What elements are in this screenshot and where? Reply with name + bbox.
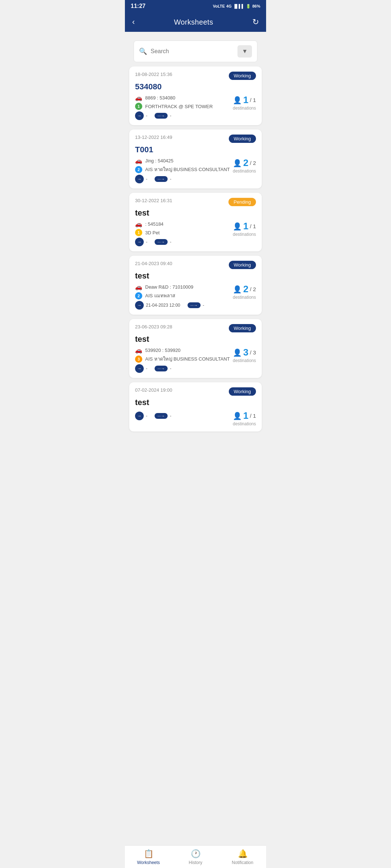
worksheet-id: T001 — [135, 145, 256, 154]
dest-separator: / 1 — [250, 413, 256, 419]
dest-count: 2 — [243, 284, 248, 295]
vehicle-row: 🚗 539920 : 539920 — [135, 347, 233, 354]
person-icon: 👤 — [233, 222, 242, 231]
worksheet-card[interactable]: 21-04-2023 09:40 Working test 🚗 Deaw R&D… — [129, 256, 262, 315]
status-badge: Working — [229, 72, 256, 80]
volte-icon: VoLTE — [213, 4, 225, 8]
route-to-dash: - — [203, 303, 204, 308]
back-button[interactable]: ‹ — [132, 17, 135, 27]
refresh-button[interactable]: ↻ — [252, 17, 259, 27]
card-header: 23-06-2023 09:28 Working — [135, 324, 256, 332]
route-to: ···→ - — [155, 176, 171, 182]
route-from: → - — [135, 238, 147, 246]
worksheet-card[interactable]: 23-06-2023 09:28 Working test 🚗 539920 :… — [129, 319, 262, 378]
route-to: ···→ - — [155, 413, 171, 419]
route-to-dash: - — [170, 413, 171, 418]
route-from-icon: → — [135, 364, 144, 373]
location-row: 1 FORTHTRACK @ SPE TOWER — [135, 103, 233, 110]
card-details: 🚗 Deaw R&D : 71010009 2 AIS แมทพลาส → 21… — [135, 284, 233, 310]
person-icon: 👤 — [233, 348, 242, 357]
route-to-icon: ···→ — [155, 413, 168, 419]
destination-info: 👤 1 / 1 destinations — [233, 221, 256, 237]
worksheets-list: 18-08-2022 15:36 Working 534080 🚗 8869 :… — [125, 67, 266, 465]
location-text: AIS หาดใหญ่ BUSINESS CONSULTANT — [145, 355, 230, 363]
search-input[interactable] — [151, 48, 234, 55]
search-icon: 🔍 — [139, 47, 147, 55]
dest-count-row: 👤 1 / 1 — [233, 221, 256, 232]
status-icons: VoLTE 4G ▐▌▌▌ 🔋 86% — [213, 4, 260, 9]
dest-separator: / 3 — [250, 349, 256, 356]
pin-icon: 3 — [135, 356, 142, 363]
location-row: 1 3D Pet — [135, 229, 233, 236]
dest-count-row: 👤 1 / 1 — [233, 94, 256, 106]
vehicle-row: 🚗 8869 : 534080 — [135, 94, 233, 101]
worksheet-id: test — [135, 271, 256, 281]
card-date: 30-12-2022 16:31 — [135, 198, 172, 203]
battery-icon: 🔋 — [246, 4, 251, 9]
dest-count: 3 — [243, 347, 248, 358]
route-to: ···→ - — [155, 113, 171, 119]
route-from: → - — [135, 111, 147, 120]
route-from-icon: → — [135, 412, 144, 420]
pin-icon: 1 — [135, 103, 142, 110]
signal-bars: ▐▌▌▌ — [233, 4, 244, 8]
car-icon: 🚗 — [135, 94, 142, 101]
destination-info: 👤 3 / 3 destinations — [233, 347, 256, 363]
dest-count-row: 👤 3 / 3 — [233, 347, 256, 358]
dest-label: destinations — [233, 358, 256, 363]
dest-label: destinations — [233, 295, 256, 300]
dest-count-row: 👤 1 / 1 — [233, 410, 256, 421]
person-icon: 👤 — [233, 159, 242, 167]
pin-icon: 2 — [135, 166, 142, 173]
filter-button[interactable]: ▼ — [237, 45, 252, 58]
location-text: 3D Pet — [145, 230, 160, 235]
route-row: → - ···→ - — [135, 364, 233, 373]
dest-count: 1 — [243, 410, 248, 421]
vehicle-row: 🚗 Jing : 540425 — [135, 157, 233, 164]
status-badge: Pending — [228, 198, 256, 206]
dest-separator: / 2 — [250, 286, 256, 292]
route-from: → - — [135, 364, 147, 373]
dest-separator: / 2 — [250, 160, 256, 166]
card-header: 21-04-2023 09:40 Working — [135, 261, 256, 269]
worksheet-card[interactable]: 13-12-2022 16:49 Working T001 🚗 Jing : 5… — [129, 129, 262, 188]
location-row: 2 AIS หาดใหญ่ BUSINESS CONSULTANT — [135, 166, 233, 173]
route-to-icon: ···→ — [155, 366, 168, 371]
location-text: FORTHTRACK @ SPE TOWER — [145, 104, 213, 109]
dest-label: destinations — [233, 421, 256, 426]
dest-separator: / 1 — [250, 223, 256, 229]
card-details: 🚗 8869 : 534080 1 FORTHTRACK @ SPE TOWER… — [135, 94, 233, 120]
pin-icon: 2 — [135, 292, 142, 299]
route-from-icon: → — [135, 111, 144, 120]
worksheet-card[interactable]: 18-08-2022 15:36 Working 534080 🚗 8869 :… — [129, 67, 262, 125]
app-header: ‹ Worksheets ↻ — [125, 12, 266, 32]
worksheet-card[interactable]: 30-12-2022 16:31 Pending test 🚗 : 545184… — [129, 193, 262, 251]
dest-separator: / 1 — [250, 97, 256, 103]
filter-icon: ▼ — [242, 48, 248, 55]
battery-level: 86% — [252, 4, 260, 8]
vehicle-info: : 545184 — [145, 221, 164, 227]
status-badge: Working — [229, 324, 256, 332]
status-bar: 11:27 VoLTE 4G ▐▌▌▌ 🔋 86% — [125, 0, 266, 12]
person-icon: 👤 — [233, 285, 242, 294]
card-header: 18-08-2022 15:36 Working — [135, 72, 256, 80]
worksheet-id: test — [135, 335, 256, 344]
card-header: 13-12-2022 16:49 Working — [135, 135, 256, 143]
car-icon: 🚗 — [135, 347, 142, 354]
dest-count-row: 👤 2 / 2 — [233, 157, 256, 169]
status-badge: Working — [229, 135, 256, 143]
cards-container: 18-08-2022 15:36 Working 534080 🚗 8869 :… — [129, 67, 262, 431]
worksheet-card[interactable]: 07-02-2024 19:00 Working test → - ···→ - — [129, 382, 262, 431]
route-from-icon: → — [135, 238, 144, 246]
route-to-icon: ···→ — [188, 302, 201, 308]
destination-info: 👤 2 / 2 destinations — [233, 284, 256, 300]
card-header: 07-02-2024 19:00 Working — [135, 387, 256, 396]
dest-label: destinations — [233, 169, 256, 174]
route-from-icon: → — [135, 175, 144, 183]
route-to: ···→ - — [188, 302, 204, 308]
pin-icon: 1 — [135, 229, 142, 236]
card-date: 21-04-2023 09:40 — [135, 261, 172, 266]
card-date: 07-02-2024 19:00 — [135, 387, 172, 393]
search-row: 🔍 ▼ — [134, 41, 257, 62]
card-date: 23-06-2023 09:28 — [135, 324, 172, 329]
